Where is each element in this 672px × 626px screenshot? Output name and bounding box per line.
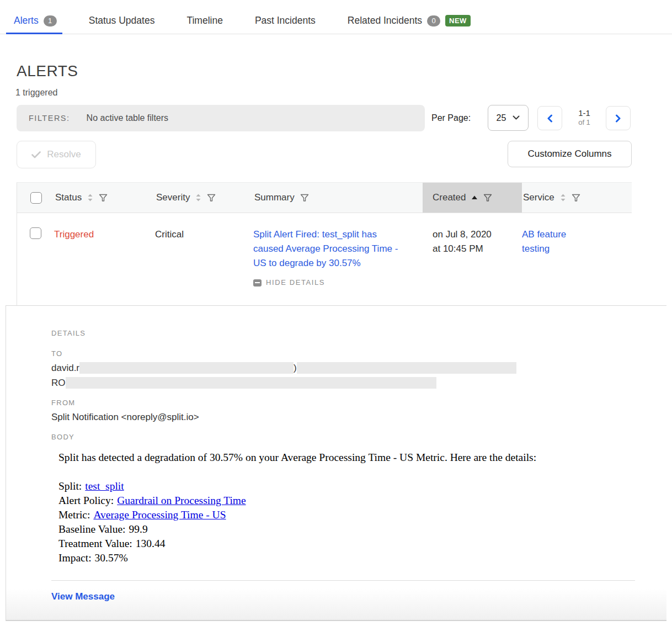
tab-label: Status Updates bbox=[89, 15, 155, 26]
tab-status-updates[interactable]: Status Updates bbox=[89, 0, 155, 34]
service-link[interactable]: AB feature testing bbox=[522, 229, 566, 254]
alert-details-panel: DETAILS TO david.r) RO FROM Split Notifi… bbox=[6, 305, 666, 621]
column-header-created[interactable]: Created bbox=[423, 183, 522, 213]
table-header-row: Status Severity Summary Created Service bbox=[17, 183, 632, 213]
tab-label: Timeline bbox=[186, 15, 222, 26]
field-label: Alert Policy: bbox=[58, 495, 114, 506]
email-field-impact: Impact:30.57% bbox=[58, 551, 666, 565]
table-row: Triggered Critical Split Alert Fired: te… bbox=[17, 213, 632, 306]
field-value: 99.9 bbox=[129, 523, 148, 535]
filters-bar[interactable]: FILTERS: No active table filters bbox=[17, 105, 425, 131]
tab-bar: Alerts 1 Status Updates Timeline Past In… bbox=[0, 0, 672, 34]
email-field-baseline: Baseline Value:99.9 bbox=[58, 522, 666, 537]
alert-summary-link[interactable]: Split Alert Fired: test_split has caused… bbox=[253, 229, 398, 268]
sort-icon[interactable] bbox=[87, 194, 93, 201]
resolve-button[interactable]: Resolve bbox=[17, 141, 96, 168]
field-value: 30.57% bbox=[95, 552, 128, 564]
metric-link[interactable]: Average Processing Time - US bbox=[93, 509, 226, 521]
column-label: Created bbox=[433, 192, 466, 203]
resolve-label: Resolve bbox=[47, 149, 81, 160]
chevron-left-icon bbox=[547, 114, 553, 123]
tab-related-incidents[interactable]: Related Incidents 0 NEW bbox=[348, 0, 471, 34]
filter-funnel-icon[interactable] bbox=[483, 194, 492, 202]
details-title: DETAILS bbox=[51, 329, 666, 337]
page-range: 1-1 of 1 bbox=[568, 108, 600, 126]
collapse-minus-icon bbox=[253, 279, 262, 287]
per-page-value: 25 bbox=[497, 113, 506, 123]
row-checkbox[interactable] bbox=[30, 227, 41, 239]
sort-icon[interactable] bbox=[560, 194, 566, 201]
tab-label: Alerts bbox=[14, 15, 39, 26]
alerts-count-badge: 1 bbox=[44, 15, 57, 26]
email-field-metric: Metric:Average Processing Time - US bbox=[58, 508, 666, 522]
filter-funnel-icon[interactable] bbox=[99, 194, 108, 202]
tab-alerts[interactable]: Alerts 1 bbox=[14, 0, 57, 34]
chevron-right-icon bbox=[615, 114, 621, 123]
sort-ascending-icon[interactable] bbox=[471, 195, 478, 200]
field-label: Split: bbox=[58, 480, 82, 492]
body-label: BODY bbox=[51, 433, 666, 441]
filter-funnel-icon[interactable] bbox=[572, 194, 580, 202]
page-title: ALERTS bbox=[17, 62, 78, 80]
email-body: Split has detected a degradation of 30.5… bbox=[58, 450, 666, 565]
per-page-select[interactable]: 25 bbox=[488, 105, 529, 131]
filter-funnel-icon[interactable] bbox=[300, 194, 309, 202]
field-label: Treatment Value: bbox=[58, 538, 132, 549]
to-line-2: RO bbox=[51, 375, 666, 390]
created-date: on Jul 8, 2020 bbox=[433, 227, 522, 242]
column-header-service[interactable]: Service bbox=[522, 183, 632, 213]
page-range-total: of 1 bbox=[568, 118, 600, 126]
tab-timeline[interactable]: Timeline bbox=[186, 0, 222, 34]
customize-columns-button[interactable]: Customize Columns bbox=[508, 141, 632, 167]
column-header-summary[interactable]: Summary bbox=[253, 183, 423, 213]
hide-details-label: HIDE DETAILS bbox=[266, 275, 325, 290]
split-link[interactable]: test_split bbox=[85, 480, 124, 492]
filters-value: No active table filters bbox=[87, 113, 169, 123]
filters-label: FILTERS: bbox=[29, 114, 70, 123]
email-field-split: Split:test_split bbox=[58, 479, 666, 494]
check-icon bbox=[31, 151, 41, 158]
email-field-treatment: Treatment Value:130.44 bbox=[58, 537, 666, 551]
row-select-cell bbox=[17, 213, 54, 306]
per-page-label: Per Page: bbox=[431, 113, 471, 123]
redacted-block bbox=[297, 362, 516, 374]
column-header-status[interactable]: Status bbox=[54, 183, 155, 213]
column-label: Status bbox=[55, 192, 82, 203]
page-range-values: 1-1 bbox=[568, 108, 600, 118]
related-incidents-count-badge: 0 bbox=[427, 15, 440, 26]
tab-past-incidents[interactable]: Past Incidents bbox=[255, 0, 316, 34]
summary-cell: Split Alert Fired: test_split has caused… bbox=[253, 213, 423, 306]
previous-page-button[interactable] bbox=[537, 106, 562, 130]
next-page-button[interactable] bbox=[606, 106, 631, 130]
triggered-count: 1 triggered bbox=[15, 88, 58, 98]
to-fragment: david.r bbox=[51, 363, 79, 373]
severity-cell: Critical bbox=[155, 213, 253, 306]
chevron-down-icon bbox=[513, 115, 520, 120]
field-value: 130.44 bbox=[136, 538, 166, 549]
created-time: at 10:45 PM bbox=[433, 242, 522, 256]
from-label: FROM bbox=[51, 399, 666, 407]
field-label: Impact: bbox=[58, 552, 92, 564]
created-cell: on Jul 8, 2020 at 10:45 PM bbox=[423, 213, 522, 306]
new-feature-badge: NEW bbox=[445, 15, 471, 26]
email-field-alert-policy: Alert Policy:Guardrail on Processing Tim… bbox=[58, 494, 666, 508]
column-header-severity[interactable]: Severity bbox=[155, 183, 253, 213]
alerts-table: Status Severity Summary Created Service bbox=[17, 182, 632, 306]
select-all-checkbox[interactable] bbox=[30, 192, 42, 204]
status-cell: Triggered bbox=[54, 213, 155, 306]
redacted-block bbox=[79, 362, 294, 374]
column-label: Severity bbox=[156, 192, 190, 203]
select-all-cell bbox=[17, 183, 54, 213]
alert-policy-link[interactable]: Guardrail on Processing Time bbox=[117, 495, 246, 506]
sort-icon[interactable] bbox=[195, 194, 201, 201]
field-label: Metric: bbox=[58, 509, 90, 521]
column-label: Service bbox=[523, 192, 554, 203]
field-label: Baseline Value: bbox=[58, 523, 126, 535]
filter-funnel-icon[interactable] bbox=[207, 194, 216, 202]
tab-label: Related Incidents bbox=[348, 15, 422, 26]
from-value: Split Notification <noreply@split.io> bbox=[51, 410, 666, 425]
hide-details-toggle[interactable]: HIDE DETAILS bbox=[253, 275, 406, 290]
view-message-link[interactable]: View Message bbox=[51, 591, 115, 602]
email-intro: Split has detected a degradation of 30.5… bbox=[58, 450, 666, 464]
email-fields: Split:test_split Alert Policy:Guardrail … bbox=[58, 479, 666, 565]
